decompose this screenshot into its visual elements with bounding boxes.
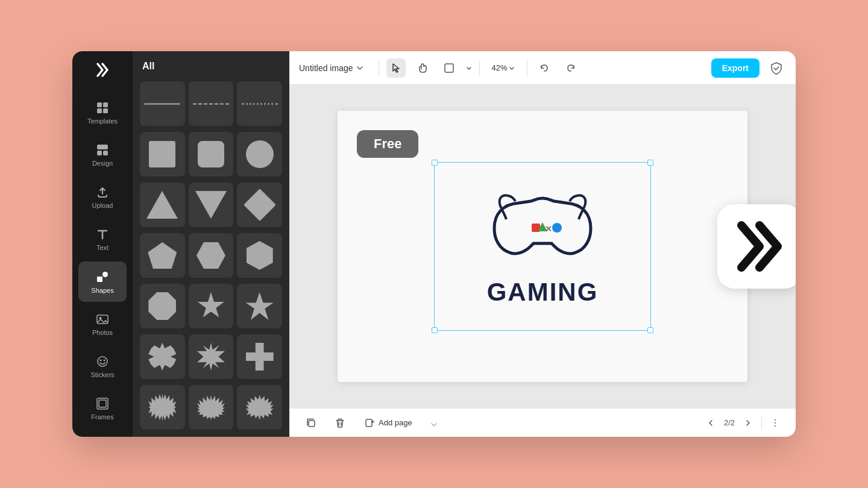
next-page-button[interactable] [740,414,756,431]
main-area: Untitled image 42% [289,51,796,437]
chevron-down-zoom-icon [509,65,515,71]
svg-rect-6 [97,151,102,155]
shape-line[interactable] [140,81,185,126]
shape-diamond[interactable] [237,183,282,227]
page-info: 2/2 [724,418,735,427]
sidebar-item-photos[interactable]: Photos [78,304,127,344]
sidebar-item-design[interactable]: Design [78,135,127,175]
sidebar: Templates Design Upload Text Shapes [72,51,133,437]
sidebar-item-text[interactable]: Text [78,219,127,259]
svg-rect-10 [97,315,108,324]
page-navigation: 2/2 [702,414,784,431]
shapes-panel: All [133,51,289,437]
toolbar: Untitled image 42% [289,51,796,85]
gaming-logo-container[interactable]: ✕ GAMING [434,162,651,331]
sidebar-item-label: Photos [92,329,113,336]
export-button[interactable]: Export [711,58,760,78]
sidebar-item-shapes[interactable]: Shapes [78,261,127,301]
shape-dotted[interactable] [237,81,282,126]
chevron-down-small-icon [466,65,472,71]
page-menu-button[interactable] [767,414,784,431]
canvas-area[interactable]: Free [289,85,796,408]
hand-tool-button[interactable] [413,58,432,78]
svg-rect-5 [97,145,108,149]
app-container: Templates Design Upload Text Shapes [72,51,796,437]
svg-rect-17 [445,64,453,72]
sidebar-item-label: Stickers [90,371,114,378]
shape-star6b[interactable] [189,334,234,379]
cursor-tool-button[interactable] [386,58,406,78]
svg-point-22 [552,223,562,233]
shape-star5[interactable] [237,284,282,328]
hand-icon [417,63,428,74]
chevron-right-icon [744,419,752,427]
free-badge: Free [357,130,418,158]
gaming-controller-icon: ✕ [482,186,603,271]
prev-page-button[interactable] [702,414,719,431]
capcut-app-logo-icon [732,219,787,274]
toolbar-divider-3 [527,60,527,77]
selection-handle-tr[interactable] [647,160,653,166]
upload-icon [95,185,110,199]
page-duplicate-button[interactable] [301,413,321,433]
scroll-down-indicator[interactable] [427,418,441,432]
svg-point-9 [102,272,108,277]
sidebar-item-upload[interactable]: Upload [78,177,127,217]
page-divider [761,416,762,430]
shape-circle[interactable] [237,132,282,177]
bottom-bar: Add page 2/2 [289,408,796,437]
shape-square-rounded[interactable] [189,132,234,177]
gaming-text: GAMING [487,278,599,307]
shape-triangle-up[interactable] [140,183,185,227]
selection-handle-br[interactable] [647,327,653,333]
capcut-logo-icon [92,59,113,81]
document-title[interactable]: Untitled image [299,63,364,73]
toolbar-divider-2 [479,60,480,77]
menu-dots-icon [771,419,779,427]
shape-hexagon-v[interactable] [237,233,282,278]
redo-button[interactable] [561,58,580,78]
svg-rect-23 [309,421,315,427]
frames-icon [95,396,110,411]
shape-square[interactable] [140,132,185,177]
shape-triangle-down[interactable] [189,183,234,227]
selection-handle-tl[interactable] [432,160,438,166]
duplicate-icon [306,418,316,428]
shape-burst1[interactable] [140,385,185,430]
sidebar-item-templates[interactable]: Templates [78,93,127,133]
shape-cross[interactable] [237,334,282,379]
sidebar-item-stickers[interactable]: Stickers [78,346,127,386]
zoom-control[interactable]: 42% [487,61,520,75]
chevron-down-icon [356,64,364,72]
sidebar-logo[interactable] [90,58,115,82]
undo-button[interactable] [535,58,554,78]
selection-handle-bl[interactable] [432,327,438,333]
shape-burst2[interactable] [189,385,234,430]
sidebar-item-frames[interactable]: Frames [78,389,127,428]
shape-burst3[interactable] [237,385,282,430]
sidebar-item-label: Text [96,244,108,251]
page-delete-button[interactable] [330,413,350,433]
templates-icon [95,101,110,115]
shape-dashed[interactable] [189,81,234,126]
svg-rect-4 [103,108,108,113]
add-page-button[interactable]: Add page [359,416,418,430]
shape-hexagon[interactable] [189,233,234,278]
shield-button[interactable] [767,58,786,78]
capcut-app-icon [717,204,796,289]
shape-octagon[interactable] [140,284,185,328]
shape-pentagon[interactable] [140,233,185,278]
svg-point-25 [775,419,776,421]
svg-point-27 [775,425,776,427]
view-control-button[interactable] [439,58,459,78]
trash-icon [335,418,345,428]
svg-rect-24 [366,419,372,427]
photos-icon [95,312,110,327]
svg-point-14 [104,359,105,361]
shape-star6[interactable] [189,284,234,328]
canvas[interactable]: Free [338,111,747,382]
svg-point-11 [99,317,102,319]
svg-text:✕: ✕ [545,224,552,234]
shape-star8[interactable] [140,334,185,379]
sidebar-item-label: Shapes [91,287,113,294]
